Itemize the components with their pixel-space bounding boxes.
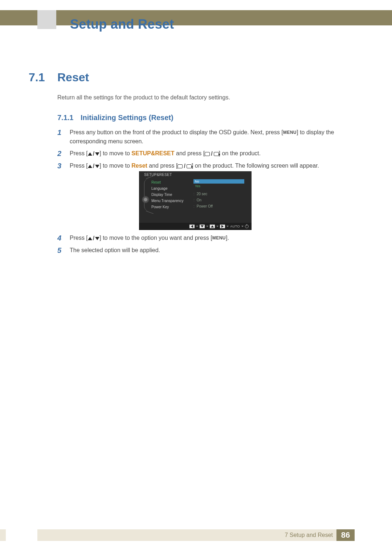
nav-auto-label: AUTO [230, 225, 240, 228]
step-5: 5 The selected option will be applied. [57, 246, 348, 255]
header-band [0, 10, 392, 25]
t: ] to move to [99, 150, 131, 156]
step-text: The selected option will be applied. [70, 246, 348, 255]
up-down-icon: / [88, 162, 99, 171]
section-number: 7.1 [29, 71, 45, 84]
menu-button-label: MENU [283, 130, 297, 135]
osd-item-reset: Reset [151, 179, 183, 185]
osd-item-menu-transparency: Menu Transparency [151, 198, 183, 204]
step-text: Press [/] to move to the option you want… [70, 234, 348, 243]
chevron-down-icon [196, 226, 198, 227]
t: ] to move to [99, 163, 131, 169]
chevron-down-icon [241, 226, 244, 227]
subsection-number: 7.1.1 [57, 114, 73, 122]
page-number: 86 [336, 529, 355, 541]
steps-list-lower: 4 Press [/] to move to the option you wa… [57, 234, 348, 258]
t: Press [ [70, 163, 88, 169]
step-number: 3 [57, 161, 70, 171]
t: Press any button on the front of the pro… [70, 129, 283, 135]
step-1: 1 Press any button on the front of the p… [57, 128, 348, 146]
osd-val-menu-transparency: On [197, 198, 201, 202]
chevron-down-icon [206, 226, 208, 227]
osd-item-display-time: Display Time [151, 192, 183, 198]
t: ]. [226, 235, 229, 241]
osd-screenshot: SETUP&RESET Reset Language Display Time … [139, 171, 252, 230]
t: Press [ [70, 235, 88, 241]
nav-exit-icon [189, 225, 195, 228]
t: and press [ [175, 150, 205, 156]
t: Press [ [70, 150, 88, 156]
nav-up-icon [210, 225, 215, 228]
page-footer: 7 Setup and Reset 86 [37, 529, 355, 541]
osd-values: :20 sec :On :Power Off [193, 191, 213, 209]
step-3: 3 Press [/] to move to Reset and press [… [57, 161, 348, 171]
step-text: Press [/] to move to Reset and press [/]… [70, 161, 348, 171]
section-title: Reset [57, 71, 89, 84]
subsection-title: Initializing Settings (Reset) [81, 114, 173, 122]
power-icon [245, 225, 249, 228]
step-2: 2 Press [/] to move to SETUP&RESET and p… [57, 149, 348, 159]
t: ] on the product. [219, 150, 261, 156]
step-text: Press any button on the front of the pro… [70, 128, 348, 146]
keyword-setup-reset: SETUP&RESET [131, 150, 174, 156]
menu-button-label: MENU [212, 235, 226, 241]
osd-item-power-key: Power Key [151, 204, 183, 210]
step-number: 1 [57, 128, 70, 137]
up-down-icon: / [88, 149, 99, 159]
footer-left-tab [0, 529, 6, 541]
osd-option-no: No [193, 179, 244, 184]
step-number: 5 [57, 246, 70, 255]
chapter-title: Setup and Reset [70, 17, 174, 32]
nav-down-icon [200, 225, 205, 228]
step-number: 4 [57, 234, 70, 243]
osd-val-display-time: 20 sec [197, 192, 207, 196]
osd-menu-items: Reset Language Display Time Menu Transpa… [151, 179, 183, 210]
chevron-down-icon [216, 226, 219, 227]
step-4: 4 Press [/] to move to the option you wa… [57, 234, 348, 243]
t: and press [ [147, 163, 178, 169]
footer-chapter-text: 7 Setup and Reset [285, 532, 333, 538]
keyword-reset: Reset [131, 163, 147, 169]
section-intro: Return all the settings for the product … [57, 94, 230, 101]
chapter-icon-placeholder [37, 10, 56, 29]
step-text: Press [/] to move to SETUP&RESET and pre… [70, 149, 348, 159]
t: ] to move to the option you want and pre… [99, 235, 212, 241]
osd-reset-options: No Yes [193, 179, 244, 188]
up-down-icon: / [88, 234, 99, 243]
osd-option-yes: Yes [193, 184, 244, 188]
osd-val-power-key: Power Off [197, 204, 213, 208]
source-enter-icon: / [205, 149, 219, 159]
step-number: 2 [57, 149, 70, 158]
osd-nav-bar: AUTO [139, 223, 252, 230]
t: ] on the product. The following screen w… [192, 163, 319, 169]
nav-enter-icon [220, 225, 225, 228]
source-enter-icon: / [177, 162, 191, 171]
osd-title: SETUP&RESET [144, 173, 172, 177]
chevron-down-icon [226, 226, 229, 227]
osd-item-language: Language [151, 185, 183, 192]
gear-icon [143, 197, 148, 202]
steps-list-upper: 1 Press any button on the front of the p… [57, 128, 348, 173]
